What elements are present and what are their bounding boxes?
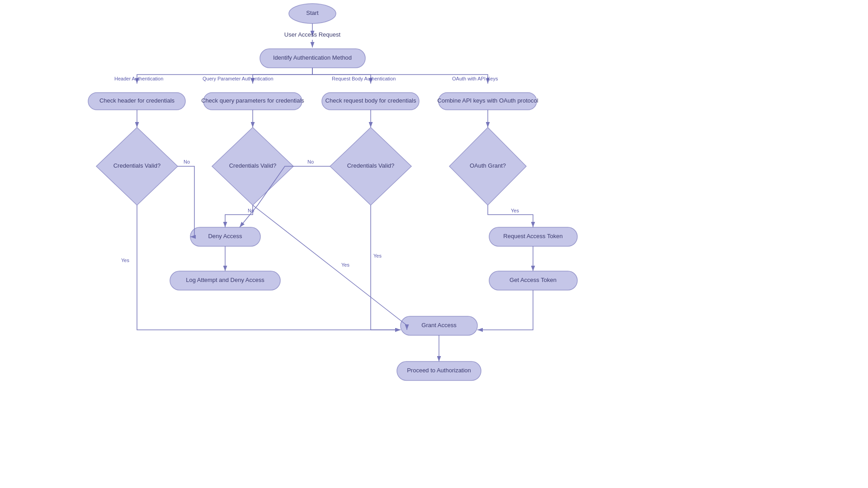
header-auth-label: Header Authentication (114, 76, 163, 81)
check-query-label: Check query parameters for credentials (201, 97, 304, 104)
uar-label: User Access Request (284, 31, 341, 38)
proceed-auth-label: Proceed to Authorization (407, 367, 471, 374)
oauth-grant-label: OAuth Grant? (470, 162, 506, 169)
arrow-d1-no-deny (178, 166, 194, 237)
body-auth-label: Request Body Authentication (332, 76, 396, 81)
label-yes-3: Yes (373, 253, 382, 258)
arrow-d1-yes-grant (137, 205, 401, 330)
label-yes-oauth: Yes (511, 208, 519, 213)
check-header-label: Check header for credentials (99, 97, 175, 104)
grant-access-label: Grant Access (421, 322, 457, 328)
label-no-3: No (307, 159, 314, 164)
arrow-gettoken-grant (477, 290, 533, 330)
flowchart-container: Start User Access Request Identify Authe… (0, 0, 868, 488)
check-body-label: Check request body for credentials (326, 97, 416, 104)
cred-valid-3-label: Credentials Valid? (347, 162, 395, 169)
log-attempt-label: Log Attempt and Deny Access (186, 277, 264, 283)
combine-api-label: Combine API keys with OAuth protocol (437, 97, 538, 104)
get-token-label: Get Access Token (509, 277, 557, 283)
arrow-d3-yes-grant (371, 205, 401, 330)
cred-valid-1-label: Credentials Valid? (113, 162, 161, 169)
identify-auth-label: Identify Authentication Method (273, 54, 352, 61)
arrow-oauth-yes-token (488, 205, 533, 227)
start-label: Start (306, 9, 319, 16)
arrow-d2-yes-grant (253, 205, 407, 330)
request-token-label: Request Access Token (503, 233, 562, 239)
label-yes-1: Yes (121, 258, 129, 263)
oauth-api-label: OAuth with API Keys (452, 76, 498, 81)
cred-valid-2-label: Credentials Valid? (229, 162, 277, 169)
query-auth-label: Query Parameter Authentication (203, 76, 274, 81)
deny-access-label: Deny Access (208, 233, 242, 239)
label-yes-2: Yes (341, 262, 349, 267)
label-no-1: No (184, 159, 190, 164)
